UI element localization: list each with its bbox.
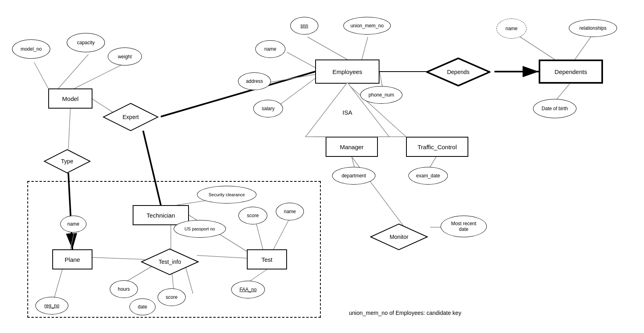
attr-date: date xyxy=(129,298,156,315)
attr-emp-name: name xyxy=(255,40,285,58)
attr-phone-num: phone_num xyxy=(360,86,402,104)
svg-line-6 xyxy=(68,109,70,149)
er-diagram: Model Employees Manager Traffic_Control … xyxy=(0,0,644,333)
svg-text:ISA: ISA xyxy=(343,109,352,116)
attr-union-mem-no: union_mem_no xyxy=(343,17,391,35)
attr-faa-no: FAA_no xyxy=(231,281,265,298)
attr-capacity: capacity xyxy=(67,33,105,52)
attr-date-of-birth: Date of birth xyxy=(533,99,576,118)
attr-test-score: score xyxy=(238,207,267,224)
attr-exam-date: exam_date xyxy=(408,167,448,185)
attr-snn: snn xyxy=(290,17,318,35)
entity-manager: Manager xyxy=(326,137,378,157)
attr-security-clearance: Security clearance xyxy=(197,186,256,204)
attr-salary: salary xyxy=(253,100,283,117)
diamond-test-info: Test_info xyxy=(141,248,199,275)
svg-line-23 xyxy=(352,157,355,168)
svg-line-10 xyxy=(287,52,315,68)
attr-department: department xyxy=(332,167,375,185)
svg-line-8 xyxy=(308,37,347,60)
attr-dep-name: name xyxy=(496,18,527,39)
attr-ti-score: score xyxy=(158,288,186,306)
svg-line-0 xyxy=(34,62,48,88)
attr-relationships: relationships xyxy=(569,19,617,37)
entity-employees: Employees xyxy=(315,60,379,84)
attr-plane-name: name xyxy=(60,216,86,232)
svg-line-4 xyxy=(161,72,315,117)
entity-traffic-control: Traffic_Control xyxy=(406,137,468,157)
attr-most-recent-date: Most recentdate xyxy=(441,216,487,237)
entity-dependents: Dependents xyxy=(539,60,603,84)
attr-hours: hours xyxy=(110,280,138,298)
diamond-monitor: Monitor xyxy=(370,223,428,251)
svg-line-2 xyxy=(74,62,127,88)
entity-plane: Plane xyxy=(52,249,92,269)
svg-line-18 xyxy=(556,82,571,101)
attr-address: address xyxy=(238,72,271,90)
attr-test-name: name xyxy=(276,203,304,220)
diamond-depends: Depends xyxy=(426,58,490,86)
attr-model-no: model_no xyxy=(12,39,50,59)
entity-technician: Technician xyxy=(133,205,189,225)
entity-test: Test xyxy=(247,249,287,269)
svg-line-24 xyxy=(429,157,436,168)
entity-model: Model xyxy=(48,88,92,109)
attr-reg-no: reg_no xyxy=(35,297,68,314)
note-candidate-key: union_mem_no of Employees: candidate key xyxy=(349,310,461,316)
svg-line-9 xyxy=(362,37,368,60)
svg-line-1 xyxy=(58,54,88,88)
diamond-expert: Expert xyxy=(103,103,159,132)
diamond-type: Type xyxy=(43,149,91,174)
attr-us-passport: US passport no xyxy=(174,220,226,238)
attr-weight: weight xyxy=(108,47,142,66)
